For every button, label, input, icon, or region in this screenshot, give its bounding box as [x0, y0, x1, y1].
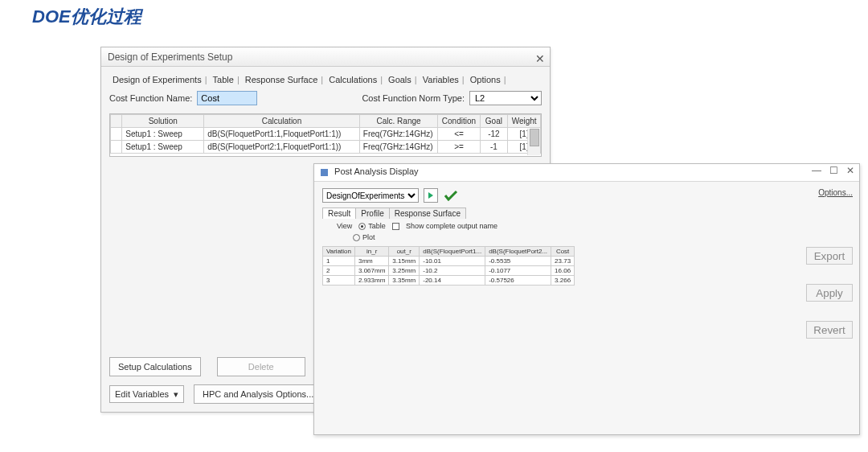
cost-name-input[interactable]: [197, 91, 257, 105]
col-db-s11[interactable]: dB(S(FloquetPort1...: [420, 247, 485, 257]
subtab-response-surface[interactable]: Response Surface: [389, 208, 466, 219]
col-condition[interactable]: Condition: [438, 115, 480, 128]
maximize-icon[interactable]: ☐: [829, 165, 838, 176]
close-icon[interactable]: ✕: [846, 165, 854, 176]
result-tabstrip: Result Profile Response Surface: [322, 208, 801, 219]
tab-calculations[interactable]: Calculations: [326, 75, 380, 84]
tab-design-of-experiments[interactable]: Design of Experiments: [109, 75, 205, 84]
vertical-scrollbar[interactable]: [527, 129, 540, 155]
revert-button[interactable]: Revert: [806, 321, 853, 339]
goals-row[interactable]: Setup1 : Sweep dB(S(FloquetPort2:1,Floqu…: [111, 141, 541, 154]
view-plot-radio[interactable]: Plot: [353, 233, 375, 241]
dialog-title-text: Post Analysis Display: [334, 166, 419, 176]
col-variation[interactable]: Variation: [323, 247, 355, 257]
cost-name-label: Cost Function Name:: [109, 93, 192, 103]
options-link[interactable]: Options...: [806, 188, 853, 197]
col-out-r[interactable]: out_r: [389, 247, 420, 257]
app-icon: [321, 169, 328, 176]
delete-button[interactable]: Delete: [217, 357, 305, 376]
design-select[interactable]: DesignOfExperimentsSe: [322, 188, 419, 203]
col-cost[interactable]: Cost: [551, 247, 575, 257]
col-in-r[interactable]: in_r: [354, 247, 388, 257]
show-complete-output-label: Show complete output name: [406, 222, 497, 230]
results-table[interactable]: Variation in_r out_r dB(S(FloquetPort1..…: [322, 246, 801, 286]
dialog-title-text: Design of Experiments Setup: [108, 51, 232, 63]
chevron-down-icon: ▾: [174, 389, 178, 400]
page-heading: DOE优化过程: [32, 5, 141, 29]
hpc-options-button[interactable]: HPC and Analysis Options...: [194, 384, 322, 404]
goals-row[interactable]: Setup1 : Sweep dB(S(FloquetPort1:1,Floqu…: [111, 128, 541, 141]
results-row[interactable]: 1 3mm 3.15mm -10.01 -0.5535 23.73: [323, 257, 575, 266]
tab-response-surface[interactable]: Response Surface: [242, 75, 321, 84]
go-button[interactable]: [424, 188, 438, 203]
view-table-radio[interactable]: Table: [358, 222, 386, 230]
goals-table[interactable]: Solution Calculation Calc. Range Conditi…: [109, 113, 542, 157]
tab-goals[interactable]: Goals: [385, 75, 415, 84]
arrow-right-icon: [426, 191, 436, 200]
subtab-result[interactable]: Result: [322, 208, 356, 219]
dialog-titlebar[interactable]: Design of Experiments Setup ✕: [101, 47, 550, 67]
results-row[interactable]: 3 2.933mm 3.35mm -20.14 -0.57526 3.266: [323, 276, 575, 286]
col-weight[interactable]: Weight: [508, 115, 541, 128]
tab-options[interactable]: Options: [467, 75, 504, 84]
norm-type-select[interactable]: L2: [469, 91, 542, 105]
tab-variables[interactable]: Variables: [420, 75, 462, 84]
col-db-s21[interactable]: dB(S(FloquetPort2...: [485, 247, 551, 257]
apply-button[interactable]: Apply: [806, 284, 853, 302]
setup-calculations-button[interactable]: Setup Calculations: [109, 357, 201, 376]
post-analysis-dialog: Post Analysis Display — ☐ ✕ DesignOfExpe…: [313, 163, 860, 435]
dialog-titlebar[interactable]: Post Analysis Display — ☐ ✕: [314, 164, 859, 182]
subtab-profile[interactable]: Profile: [355, 208, 389, 219]
view-label: View: [337, 222, 352, 230]
minimize-icon[interactable]: —: [812, 165, 821, 176]
norm-type-label: Cost Function Norm Type:: [362, 93, 465, 103]
export-button[interactable]: Export: [806, 247, 853, 265]
col-goal[interactable]: Goal: [480, 115, 508, 128]
edit-variables-menu[interactable]: Edit Variables▾: [109, 385, 184, 403]
col-calculation[interactable]: Calculation: [204, 115, 360, 128]
col-range[interactable]: Calc. Range: [359, 115, 438, 128]
col-solution[interactable]: Solution: [122, 115, 204, 128]
show-complete-output-checkbox[interactable]: [392, 223, 399, 230]
tab-table[interactable]: Table: [210, 75, 237, 84]
main-tabstrip: Design of Experiments| Table| Response S…: [109, 75, 542, 84]
close-icon[interactable]: ✕: [535, 49, 545, 68]
check-icon: [443, 189, 459, 202]
results-row[interactable]: 2 3.067mm 3.25mm -10.2 -0.1077 16.06: [323, 266, 575, 276]
